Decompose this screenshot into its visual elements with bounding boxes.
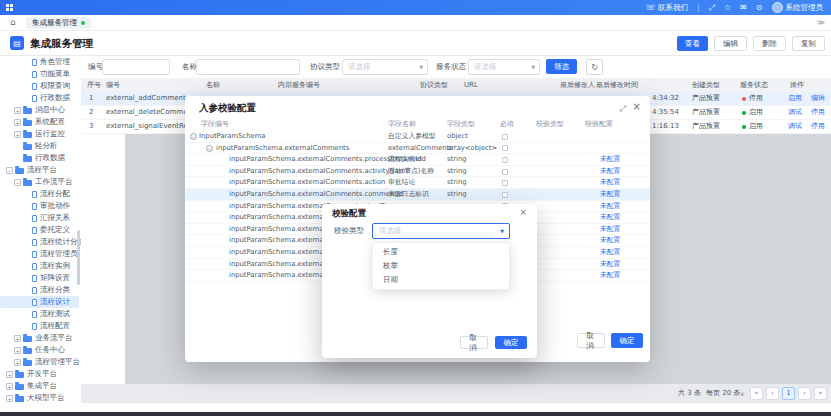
sidebar-tree-item[interactable]: 行政数据	[0, 92, 81, 104]
sidebar-tree-item[interactable]: 功能菜单	[0, 68, 81, 80]
sidebar-tree-item[interactable]: + 运行监控	[0, 128, 81, 140]
validation-config-link[interactable]: 未配置	[600, 201, 620, 213]
view-button[interactable]: 查看	[677, 36, 708, 51]
sidebar-tree-item[interactable]: 流程分类	[0, 284, 81, 296]
modal-field-row[interactable]: inputParamSchema.externalComments.commen…	[185, 189, 650, 201]
sidebar-tree-item[interactable]: 角色管理	[0, 56, 81, 68]
search-button[interactable]: 筛选	[546, 59, 577, 74]
sidebar-tree-item[interactable]: 轻分析	[0, 140, 81, 152]
row-action-link-2[interactable]: 编辑	[811, 92, 825, 105]
validation-config-link[interactable]: 未配置	[600, 235, 620, 247]
required-checkbox[interactable]	[502, 192, 508, 198]
validation-cancel-button[interactable]: 取消	[460, 336, 488, 349]
copy-button[interactable]: 复制	[792, 36, 825, 51]
filter-status-select[interactable]: 请选择 ▼	[468, 59, 540, 75]
validation-config-link[interactable]: 未配置	[600, 177, 620, 189]
sidebar-tree-item[interactable]: + 任务中心	[0, 344, 81, 356]
modal-cancel-button[interactable]: 取消	[577, 333, 605, 348]
page-1-button[interactable]: 1	[782, 387, 795, 400]
sidebar-tree-item[interactable]: 委托定义	[0, 224, 81, 236]
sidebar-tree-item[interactable]: + 大模型平台	[0, 392, 81, 403]
close-icon[interactable]: ×	[633, 101, 641, 112]
sidebar-tree-item[interactable]: 汇报关系	[0, 212, 81, 224]
mail-icon[interactable]: ✉	[740, 0, 747, 15]
validation-config-link[interactable]: 未配置	[600, 154, 620, 166]
user-menu[interactable]: 系统管理员	[772, 2, 824, 13]
sidebar-tree-item[interactable]: + 开发平台	[0, 368, 81, 380]
sidebar-tree-item[interactable]: 行政数据	[0, 152, 81, 164]
sidebar-tree-item[interactable]: + 业务流平台	[0, 332, 81, 344]
modal-field-row[interactable]: − inputParamSchema.externalComments exte…	[185, 143, 650, 155]
validation-config-link[interactable]: 未配置	[600, 166, 620, 178]
filter-id-input[interactable]	[102, 59, 170, 75]
sidebar-tree-item[interactable]: 流程实例	[0, 260, 81, 272]
sidebar-tree-item[interactable]: − 流程平台	[0, 164, 81, 176]
tree-toggle-icon[interactable]: +	[14, 107, 21, 114]
tree-toggle-icon[interactable]: +	[6, 371, 13, 378]
tree-toggle-icon[interactable]: +	[14, 119, 21, 126]
last-page-button[interactable]: »	[814, 387, 827, 400]
contact-us-link[interactable]: ☏ 联系我们	[646, 0, 688, 15]
edit-button[interactable]: 编辑	[714, 36, 747, 51]
required-checkbox[interactable]	[502, 134, 508, 140]
modal-ok-button[interactable]: 确定	[611, 333, 643, 348]
required-checkbox[interactable]	[502, 169, 508, 175]
filter-name-input[interactable]	[196, 59, 300, 75]
modal-field-row[interactable]: inputParamSchema.externalComments.action…	[185, 177, 650, 189]
dropdown-option[interactable]: 长度	[373, 245, 509, 259]
row-action-link-1[interactable]: 调试	[788, 120, 802, 133]
validation-config-link[interactable]: 未配置	[600, 247, 620, 259]
sidebar-scrollbar[interactable]	[77, 230, 80, 285]
delete-button[interactable]: 删除	[753, 36, 786, 51]
home-icon[interactable]: ⌂	[10, 17, 16, 27]
required-checkbox[interactable]	[502, 157, 508, 163]
validation-config-link[interactable]: 未配置	[600, 224, 620, 236]
validation-config-link[interactable]: 未配置	[600, 270, 620, 282]
filter-protocol-select[interactable]: 请选择 ▼	[342, 59, 428, 75]
reset-button[interactable]: ↻	[586, 59, 603, 75]
sidebar-tree-item[interactable]: − 工作流平台	[0, 176, 81, 188]
page-size-select[interactable]: 每页 20 条	[706, 384, 740, 403]
dropdown-option[interactable]: 枚举	[373, 259, 509, 273]
sidebar-tree-item[interactable]: + 消息中心	[0, 104, 81, 116]
next-page-button[interactable]: ›	[798, 387, 811, 400]
sidebar-tree-item[interactable]: + 系统配置	[0, 116, 81, 128]
tree-toggle-icon[interactable]: +	[14, 335, 21, 342]
sidebar-tree-item[interactable]: 审批动作	[0, 200, 81, 212]
tree-toggle-icon[interactable]: −	[14, 179, 21, 186]
row-action-link-1[interactable]: 启用	[788, 92, 802, 105]
expand-icon[interactable]: ⤢	[620, 104, 626, 114]
sidebar-tree-item[interactable]: 流程配置	[0, 320, 81, 332]
fullscreen-icon[interactable]: ⤢	[709, 0, 715, 15]
validation-ok-button[interactable]: 确定	[495, 336, 527, 349]
dropdown-option[interactable]: 日期	[373, 273, 509, 287]
favorite-icon[interactable]: ☆	[724, 0, 731, 15]
sidebar-tree-item[interactable]: 权限查询	[0, 80, 81, 92]
sidebar-tree-item[interactable]: + 流程管理平台	[0, 356, 81, 368]
help-icon[interactable]: ⊙	[756, 0, 763, 15]
tree-toggle-icon[interactable]: +	[14, 347, 21, 354]
modal-field-row[interactable]: inputParamSchema.externalComments.activi…	[185, 166, 650, 178]
tree-toggle-icon[interactable]: +	[14, 359, 21, 366]
row-action-link-2[interactable]: 停用	[811, 106, 825, 119]
validation-config-link[interactable]: 未配置	[600, 189, 620, 201]
tree-toggle-icon[interactable]: −	[6, 167, 13, 174]
collapse-toggle-icon[interactable]: −	[206, 145, 213, 152]
row-action-link-2[interactable]: 停用	[811, 120, 825, 133]
sidebar-tree-item[interactable]: 流程设计	[0, 296, 79, 308]
tab-overflow-icon[interactable]: ≫	[817, 18, 825, 27]
tree-toggle-icon[interactable]: +	[6, 383, 13, 390]
validation-config-link[interactable]: 未配置	[600, 212, 620, 224]
tab-integration-service[interactable]: 集成服务管理	[26, 17, 91, 29]
sidebar-tree-item[interactable]: + 集成平台	[0, 380, 81, 392]
validation-type-select[interactable]: 请选择 ▼	[372, 223, 510, 239]
tree-toggle-icon[interactable]: +	[14, 131, 21, 138]
sidebar-tree-item[interactable]: 流程分配	[0, 188, 81, 200]
sidebar-tree-item[interactable]: 流程管理员	[0, 248, 81, 260]
required-checkbox[interactable]	[502, 145, 508, 151]
first-page-button[interactable]: «	[750, 387, 763, 400]
tree-toggle-icon[interactable]: +	[6, 395, 13, 402]
sidebar-tree-item[interactable]: 矩阵设置	[0, 272, 81, 284]
close-icon[interactable]: ×	[519, 207, 527, 217]
sidebar-tree-item[interactable]: 流程测试	[0, 308, 81, 320]
